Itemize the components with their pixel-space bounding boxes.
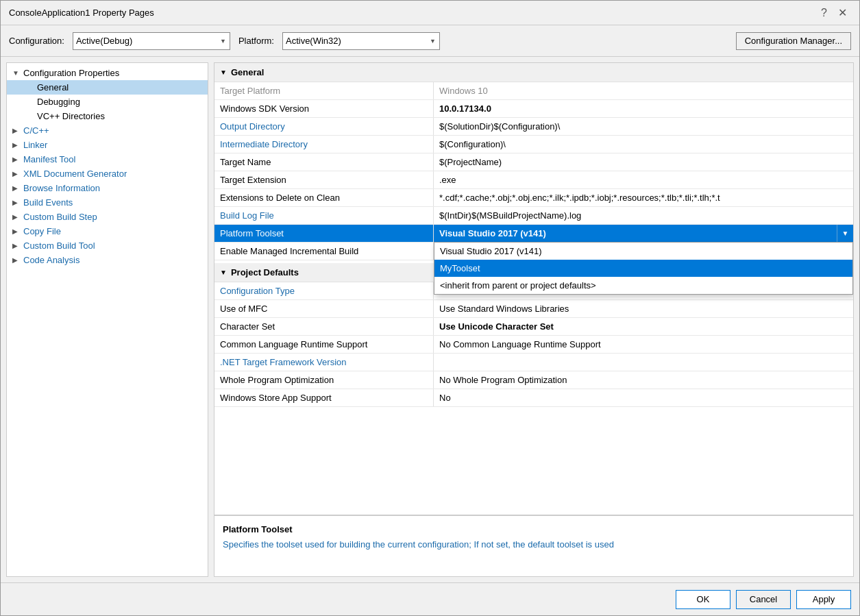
- prop-name-config-type: Configuration Type: [214, 282, 434, 299]
- dropdown-item-vs2017[interactable]: Visual Studio 2017 (v141): [434, 243, 852, 260]
- prop-name-managed-incremental: Enable Managed Incremental Build: [214, 243, 434, 260]
- right-properties-panel: ▼ General Target Platform Windows 10 Win…: [214, 62, 854, 577]
- tree-root-item[interactable]: ▼ Configuration Properties: [7, 66, 208, 80]
- prop-row-whole-program: Whole Program Optimization No Whole Prog…: [214, 371, 853, 389]
- platform-select-wrapper: Active(Win32): [282, 32, 440, 50]
- prop-row-clr-support: Common Language Runtime Support No Commo…: [214, 336, 853, 354]
- prop-row-output-dir: Output Directory $(SolutionDir)$(Configu…: [214, 118, 853, 136]
- tree-item-vc-directories[interactable]: VC++ Directories: [7, 109, 208, 123]
- config-bar: Configuration: Active(Debug) Platform: A…: [1, 25, 859, 57]
- prop-value-intermediate-dir[interactable]: $(Configuration)\: [434, 136, 853, 153]
- dropdown-item-mytoolset[interactable]: MyToolset: [434, 260, 852, 277]
- tree-item-build-events[interactable]: ▶ Build Events: [7, 195, 208, 210]
- custom-tool-toggle-icon: ▶: [12, 242, 23, 249]
- main-content: ▼ Configuration Properties General Debug…: [1, 57, 859, 582]
- prop-row-intermediate-dir: Intermediate Directory $(Configuration)\: [214, 136, 853, 153]
- cancel-button[interactable]: Cancel: [736, 590, 791, 609]
- config-select-wrapper: Active(Debug): [73, 32, 230, 50]
- platform-toolset-dropdown-btn[interactable]: ▼: [837, 225, 853, 242]
- tree-item-debugging[interactable]: Debugging: [7, 95, 208, 109]
- prop-name-clr-support: Common Language Runtime Support: [214, 336, 434, 353]
- prop-name-platform-toolset: Platform Toolset: [214, 225, 434, 242]
- prop-row-target-name: Target Name $(ProjectName): [214, 153, 853, 171]
- tree-custom-tool-label: Custom Build Tool: [23, 241, 95, 251]
- tree-item-linker[interactable]: ▶ Linker: [7, 138, 208, 152]
- prop-row-extensions-delete: Extensions to Delete on Clean *.cdf;*.ca…: [214, 189, 853, 207]
- prop-value-windows-store[interactable]: No: [434, 389, 853, 406]
- prop-row-windows-sdk: Windows SDK Version 10.0.17134.0: [214, 100, 853, 118]
- prop-value-use-mfc[interactable]: Use Standard Windows Libraries: [434, 300, 853, 317]
- project-defaults-label: Project Defaults: [231, 267, 299, 278]
- help-button[interactable]: ?: [817, 8, 831, 19]
- info-description: Specifies the toolset used for building …: [223, 539, 845, 551]
- tree-item-manifest-tool[interactable]: ▶ Manifest Tool: [7, 152, 208, 167]
- prop-value-extensions-delete[interactable]: *.cdf;*.cache;*.obj;*.obj.enc;*.ilk;*.ip…: [434, 189, 853, 206]
- manifest-toggle-icon: ▶: [12, 156, 23, 163]
- tree-item-code-analysis[interactable]: ▶ Code Analysis: [7, 253, 208, 267]
- dropdown-item-inherit[interactable]: <inherit from parent or project defaults…: [434, 277, 852, 294]
- prop-name-output-dir: Output Directory: [214, 118, 434, 135]
- platform-label: Platform:: [238, 36, 274, 46]
- prop-row-char-set: Character Set Use Unicode Character Set: [214, 318, 853, 336]
- tree-item-custom-build-step[interactable]: ▶ Custom Build Step: [7, 210, 208, 224]
- left-tree-panel: ▼ Configuration Properties General Debug…: [6, 62, 208, 577]
- prop-name-net-target: .NET Target Framework Version: [214, 354, 434, 371]
- properties-area: ▼ General Target Platform Windows 10 Win…: [214, 63, 853, 515]
- analysis-toggle-icon: ▶: [12, 256, 23, 264]
- prop-row-windows-store: Windows Store App Support No: [214, 389, 853, 407]
- property-pages-dialog: ConsoleApplication1 Property Pages ? ✕ C…: [0, 0, 860, 616]
- tree-item-general[interactable]: General: [7, 80, 208, 95]
- tree-debugging-label: Debugging: [37, 97, 80, 107]
- cpp-toggle-icon: ▶: [12, 127, 23, 134]
- prop-value-target-ext[interactable]: .exe: [434, 171, 853, 188]
- prop-name-intermediate-dir: Intermediate Directory: [214, 136, 434, 153]
- prop-name-whole-program: Whole Program Optimization: [214, 371, 434, 389]
- events-toggle-icon: ▶: [12, 199, 23, 206]
- prop-value-whole-program[interactable]: No Whole Program Optimization: [434, 371, 853, 389]
- platform-select[interactable]: Active(Win32): [282, 32, 440, 50]
- tree-item-custom-build-tool[interactable]: ▶ Custom Build Tool: [7, 238, 208, 253]
- config-select[interactable]: Active(Debug): [73, 32, 230, 50]
- ok-button[interactable]: OK: [676, 590, 730, 609]
- tree-vc-label: VC++ Directories: [37, 111, 105, 121]
- prop-value-output-dir[interactable]: $(SolutionDir)$(Configuration)\: [434, 118, 853, 135]
- prop-name-target-ext: Target Extension: [214, 171, 434, 188]
- config-manager-button[interactable]: Configuration Manager...: [736, 32, 851, 50]
- prop-value-platform-toolset[interactable]: Visual Studio 2017 (v141): [434, 225, 837, 242]
- prop-value-build-log[interactable]: $(IntDir)$(MSBuildProjectName).log: [434, 207, 853, 224]
- prop-value-clr-support[interactable]: No Common Language Runtime Support: [434, 336, 853, 353]
- tree-general-label: General: [37, 82, 69, 93]
- prop-name-use-mfc: Use of MFC: [214, 300, 434, 317]
- prop-value-net-target[interactable]: [434, 354, 853, 371]
- prop-value-windows-sdk[interactable]: 10.0.17134.0: [434, 100, 853, 117]
- prop-name-target-platform: Target Platform: [214, 82, 434, 99]
- tree-item-copy-file[interactable]: ▶ Copy File: [7, 224, 208, 238]
- general-section-toggle: ▼: [220, 69, 227, 76]
- tree-item-cpp[interactable]: ▶ C/C++: [7, 123, 208, 138]
- tree-events-label: Build Events: [23, 197, 73, 208]
- close-button[interactable]: ✕: [834, 8, 851, 19]
- tree-root-label: Configuration Properties: [23, 68, 119, 78]
- general-section-header: ▼ General: [214, 63, 853, 82]
- prop-row-net-target: .NET Target Framework Version: [214, 354, 853, 371]
- custom-step-toggle-icon: ▶: [12, 213, 23, 221]
- tree-custom-step-label: Custom Build Step: [23, 212, 97, 222]
- prop-value-target-name[interactable]: $(ProjectName): [434, 153, 853, 171]
- prop-value-target-platform: Windows 10: [434, 82, 853, 99]
- prop-name-target-name: Target Name: [214, 153, 434, 171]
- general-section-label: General: [231, 67, 264, 77]
- apply-button[interactable]: Apply: [796, 590, 851, 609]
- tree-item-browse-info[interactable]: ▶ Browse Information: [7, 181, 208, 195]
- root-toggle-icon: ▼: [12, 69, 23, 77]
- xml-toggle-icon: ▶: [12, 170, 23, 177]
- tree-browse-label: Browse Information: [23, 183, 100, 193]
- dialog-title: ConsoleApplication1 Property Pages: [9, 8, 154, 18]
- prop-row-platform-toolset: Platform Toolset Visual Studio 2017 (v14…: [214, 225, 853, 243]
- prop-row-use-mfc: Use of MFC Use Standard Windows Librarie…: [214, 300, 853, 318]
- title-bar: ConsoleApplication1 Property Pages ? ✕: [1, 1, 859, 25]
- prop-value-char-set[interactable]: Use Unicode Character Set: [434, 318, 853, 335]
- prop-name-char-set: Character Set: [214, 318, 434, 335]
- info-panel: Platform Toolset Specifies the toolset u…: [214, 515, 853, 576]
- prop-row-build-log: Build Log File $(IntDir)$(MSBuildProject…: [214, 207, 853, 225]
- tree-item-xml-gen[interactable]: ▶ XML Document Generator: [7, 167, 208, 181]
